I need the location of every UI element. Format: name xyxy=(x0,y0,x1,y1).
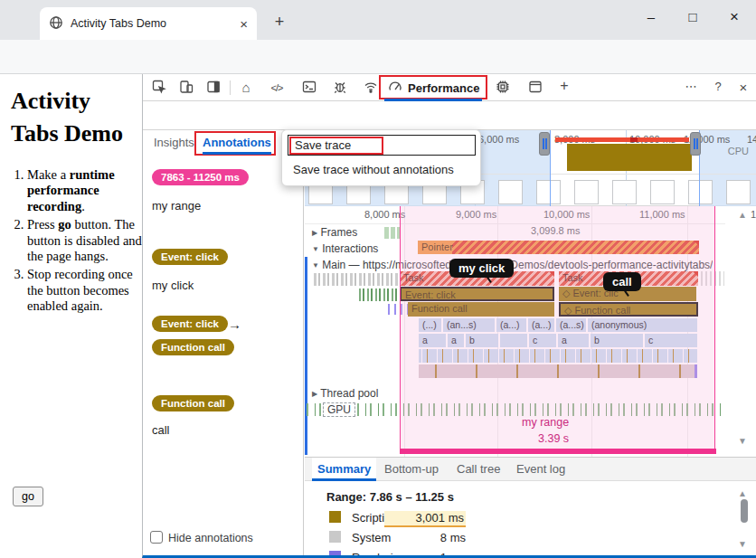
tab-call-tree[interactable]: Call tree xyxy=(451,458,506,481)
stack-activity-row xyxy=(419,349,697,363)
ruler-tick: 10,000 ms xyxy=(543,209,590,220)
devtools-close-icon[interactable]: × xyxy=(734,80,752,98)
menu-item-save-trace[interactable]: Save trace xyxy=(288,135,476,156)
menu-item-save-trace-plain[interactable]: Save trace without annotations xyxy=(293,163,454,176)
dock-side-icon[interactable] xyxy=(204,80,222,98)
stack-frame[interactable]: a xyxy=(558,334,589,347)
tab-bottom-up[interactable]: Bottom-up xyxy=(379,458,444,481)
scripting-swatch xyxy=(329,511,341,523)
summary-scroll-down-icon[interactable]: ▼ xyxy=(738,539,747,549)
gpu-activity xyxy=(307,403,724,416)
legend-value: 8 ms xyxy=(384,531,466,544)
annotation-link-badge-from[interactable]: Event: click xyxy=(152,316,228,332)
go-button[interactable]: go xyxy=(13,487,43,506)
stack-frame[interactable]: (...) xyxy=(419,318,441,332)
range-annotation-label[interactable]: my range xyxy=(522,416,569,429)
window-close-button[interactable]: × xyxy=(714,2,754,33)
callout-save-trace: Save trace xyxy=(289,137,383,155)
range-annotation-bar[interactable] xyxy=(400,449,716,454)
annotation-label[interactable]: call xyxy=(152,423,170,437)
instruction-list: Make a runtime performance recording. Pr… xyxy=(0,167,142,315)
scroll-down-icon[interactable]: ▼ xyxy=(738,436,747,446)
stack-frame[interactable]: b xyxy=(466,334,498,347)
annotation-label[interactable]: my range xyxy=(152,199,201,213)
memory-chip-icon[interactable] xyxy=(494,80,512,98)
welcome-home-icon[interactable]: ⌂ xyxy=(237,80,255,98)
more-tools-plus-icon[interactable]: + xyxy=(555,78,573,96)
legend-value: 1 ms xyxy=(384,551,466,555)
tab-performance[interactable]: Performance xyxy=(381,75,487,100)
annotation-function-badge[interactable]: Function call xyxy=(152,395,234,411)
legend-value: 3,001 ms xyxy=(384,511,466,527)
new-tab-button[interactable]: + xyxy=(268,11,291,34)
stack-frame[interactable]: b xyxy=(591,334,643,347)
save-trace-menu: Save trace Save trace without annotation… xyxy=(281,129,481,186)
tab-annotations[interactable]: Annotations xyxy=(203,136,271,155)
inspect-icon[interactable] xyxy=(150,80,168,98)
function-call-bar-annotated[interactable]: ◇ Function call xyxy=(559,302,698,317)
annotation-link-badge-to[interactable]: Function call xyxy=(152,339,234,355)
sources-code-icon[interactable]: </> xyxy=(268,82,286,100)
annotation-event-badge[interactable]: Event: click xyxy=(152,249,228,265)
track-thread-pool[interactable]: ▶ Thread pool xyxy=(312,387,378,400)
stack-frame[interactable]: (an...s) xyxy=(443,318,495,332)
ruler-tick: 8,000 ms xyxy=(364,209,405,220)
annotation-label[interactable]: my click xyxy=(152,279,194,292)
screenshot-thumbnail xyxy=(574,180,599,204)
flame-chart[interactable]: 8,000 ms 9,000 ms 10,000 ms 11,000 ms 1 … xyxy=(305,206,756,457)
arrow-right-icon: → xyxy=(228,317,241,332)
screenshot-thumbnail xyxy=(650,180,675,204)
annotations-sidebar: Insights Annotations 7863 - 11250 ms my … xyxy=(143,130,304,555)
tab-event-log[interactable]: Event log xyxy=(511,458,571,481)
tab-insights[interactable]: Insights xyxy=(154,136,194,149)
annotation-range-badge[interactable]: 7863 - 11250 ms xyxy=(152,169,249,185)
tab-close-icon[interactable]: × xyxy=(240,16,248,32)
devtools-help-icon[interactable]: ? xyxy=(709,80,727,98)
list-item: Make a runtime performance recording. xyxy=(27,167,142,215)
selection-handle-left[interactable] xyxy=(539,132,550,156)
stack-frame[interactable]: a xyxy=(448,334,464,347)
summary-range-text: Range: 7.86 s – 11.25 s xyxy=(326,490,454,504)
browser-window: Activity Tabs Demo × + – □ × ← ↻ https:/… xyxy=(0,0,756,558)
stack-frame[interactable]: a xyxy=(419,334,446,347)
summary-scroll-up-icon[interactable]: ▲ xyxy=(738,488,747,498)
track-frames[interactable]: ▶ Frames xyxy=(312,226,357,239)
stack-frame[interactable]: (anonymous) xyxy=(588,318,697,332)
maximize-button[interactable]: □ xyxy=(673,2,713,33)
stack-frame[interactable] xyxy=(500,334,527,347)
devtools-menu-icon[interactable]: ⋯ xyxy=(682,80,700,98)
frames-activity xyxy=(384,227,401,239)
summary-scrollbar-thumb[interactable] xyxy=(741,499,748,523)
selection-duration-label: 3,099.8 ms xyxy=(531,225,580,236)
scroll-up-icon[interactable]: ▲ xyxy=(738,210,747,220)
expanded-icon: ▼ xyxy=(312,245,319,253)
stack-frame[interactable]: c xyxy=(529,334,556,347)
network-wifi-icon[interactable] xyxy=(362,80,380,98)
bug-icon[interactable] xyxy=(331,80,349,98)
stack-frame[interactable]: (a...) xyxy=(496,318,526,332)
performance-gauge-icon xyxy=(388,80,402,97)
performance-tab-label: Performance xyxy=(408,81,479,95)
details-tab-bar: Summary Bottom-up Call tree Event log xyxy=(305,457,756,481)
minimize-button[interactable]: – xyxy=(631,2,671,33)
long-task-indicator xyxy=(555,137,689,142)
console-icon[interactable] xyxy=(300,80,318,98)
annotation-tooltip-call: call xyxy=(603,272,641,291)
selection-handle-right[interactable] xyxy=(690,132,701,156)
stack-frame[interactable]: (a...s) xyxy=(556,318,586,332)
tab-summary[interactable]: Summary xyxy=(312,458,376,481)
web-page-content: Activity Tabs Demo Make a runtime perfor… xyxy=(0,74,142,558)
system-swatch xyxy=(329,531,341,543)
device-emulation-icon[interactable] xyxy=(177,80,195,98)
pointer-interaction-bar[interactable]: Pointer xyxy=(418,241,699,254)
function-call-bar[interactable]: Function call xyxy=(408,302,554,317)
track-gpu[interactable]: GPU xyxy=(323,402,355,417)
pointer-label: Pointer xyxy=(421,241,453,252)
event-click-bar-annotated[interactable]: Event: click xyxy=(400,287,554,301)
browser-tab[interactable]: Activity Tabs Demo × xyxy=(40,7,257,40)
application-icon[interactable] xyxy=(526,80,544,98)
hide-annotations-checkbox[interactable] xyxy=(150,531,163,546)
track-interactions[interactable]: ▼ Interactions xyxy=(312,242,378,255)
stack-frame[interactable]: c xyxy=(645,334,697,347)
stack-frame[interactable]: (a...) xyxy=(528,318,554,332)
